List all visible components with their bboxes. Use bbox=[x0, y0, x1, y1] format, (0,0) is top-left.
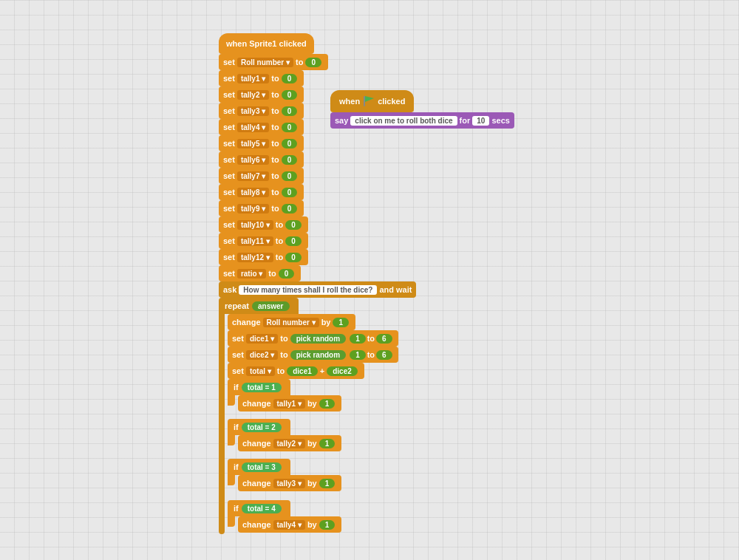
tally2-val: 0 bbox=[282, 90, 298, 100]
dice2-ref: dice2 bbox=[327, 366, 358, 376]
if3-condition: total = 3 bbox=[242, 462, 282, 472]
total-var[interactable]: total ▾ bbox=[246, 366, 275, 376]
hat-flag-clicked[interactable]: when clicked bbox=[330, 90, 414, 112]
if2-condition: total = 2 bbox=[242, 423, 282, 432]
set-tally3-block[interactable]: set tally3 ▾ to 0 bbox=[219, 103, 304, 119]
flag-icon bbox=[362, 95, 375, 107]
dice1-var[interactable]: dice1 ▾ bbox=[246, 334, 278, 344]
tally7-var[interactable]: tally7 ▾ bbox=[237, 171, 269, 181]
set-dice2-block[interactable]: set dice2 ▾ to pick random 1 to 6 bbox=[228, 346, 398, 363]
tally1-var[interactable]: tally1 ▾ bbox=[237, 74, 269, 83]
ask-question: How many times shall I roll the dice? bbox=[239, 285, 377, 295]
dice1-to: 6 bbox=[376, 334, 392, 344]
change-tally3-var[interactable]: tally3 ▾ bbox=[273, 479, 305, 488]
set-tally9-block[interactable]: set tally9 ▾ to 0 bbox=[219, 200, 304, 216]
set-tally2-block[interactable]: set tally2 ▾ to 0 bbox=[219, 86, 304, 103]
change-roll-var[interactable]: Roll number ▾ bbox=[263, 318, 319, 327]
tally11-var[interactable]: tally11 ▾ bbox=[237, 236, 273, 246]
tally3-var[interactable]: tally3 ▾ bbox=[237, 106, 269, 116]
set-tally4-block[interactable]: set tally4 ▾ to 0 bbox=[219, 119, 304, 135]
if1-condition: total = 1 bbox=[242, 383, 282, 392]
dice2-to: 6 bbox=[376, 350, 392, 360]
tally9-var[interactable]: tally9 ▾ bbox=[237, 204, 269, 214]
pick-random-1: pick random bbox=[290, 334, 346, 344]
tally1-val: 0 bbox=[282, 74, 298, 83]
say-text: click on me to roll both dice bbox=[350, 116, 457, 126]
set-ratio-block[interactable]: set ratio ▾ to 0 bbox=[219, 265, 301, 281]
change-tally2-block[interactable]: change tally2 ▾ by 1 bbox=[238, 435, 341, 451]
tally3-val: 0 bbox=[282, 106, 298, 116]
if3-block[interactable]: if total = 3 bbox=[228, 459, 290, 475]
ask-block[interactable]: ask How many times shall I roll the dice… bbox=[219, 281, 416, 298]
tally7-val: 0 bbox=[282, 171, 298, 181]
repeat-block[interactable]: repeat answer bbox=[219, 298, 299, 314]
change-tally2-var[interactable]: tally2 ▾ bbox=[273, 439, 305, 448]
say-block[interactable]: say click on me to roll both dice for 10… bbox=[330, 112, 514, 129]
change-tally1-var[interactable]: tally1 ▾ bbox=[273, 399, 305, 409]
set-tally1-block[interactable]: set tally1 ▾ to 0 bbox=[219, 70, 304, 86]
change-tally3-val: 1 bbox=[319, 479, 336, 488]
if3-bottom-bar bbox=[228, 475, 235, 485]
tally6-var[interactable]: tally6 ▾ bbox=[237, 155, 269, 165]
repeat-answer: answer bbox=[252, 301, 289, 311]
tally11-val: 0 bbox=[285, 236, 302, 246]
hat-sprite1-clicked[interactable]: when Sprite1 clicked bbox=[219, 33, 314, 54]
change-tally1-block[interactable]: change tally1 ▾ by 1 bbox=[238, 395, 341, 412]
dice2-var[interactable]: dice2 ▾ bbox=[246, 350, 278, 360]
if2-bottom-bar bbox=[228, 435, 235, 445]
tally2-var[interactable]: tally2 ▾ bbox=[237, 90, 269, 100]
hat-label: when Sprite1 clicked bbox=[226, 39, 307, 48]
tally8-var[interactable]: tally8 ▾ bbox=[237, 188, 269, 197]
tally6-val: 0 bbox=[282, 155, 298, 165]
if4-bottom-bar bbox=[228, 516, 235, 527]
set-roll-number-block[interactable]: set Roll number ▾ to 0 bbox=[219, 54, 328, 70]
say-secs-val: 10 bbox=[472, 116, 489, 126]
tally4-val: 0 bbox=[282, 123, 298, 132]
svg-rect-0 bbox=[364, 96, 365, 106]
change-tally1-val: 1 bbox=[319, 399, 336, 409]
ratio-val: 0 bbox=[279, 269, 295, 279]
tally9-val: 0 bbox=[282, 204, 298, 214]
change-roll-val: 1 bbox=[333, 318, 349, 327]
dice2-from: 1 bbox=[350, 350, 366, 360]
dice1-ref: dice1 bbox=[287, 366, 318, 376]
set-tally11-block[interactable]: set tally11 ▾ to 0 bbox=[219, 233, 308, 249]
set-dice1-block[interactable]: set dice1 ▾ to pick random 1 to 6 bbox=[228, 330, 398, 346]
tally12-var[interactable]: tally12 ▾ bbox=[237, 253, 273, 262]
tally5-val: 0 bbox=[282, 139, 298, 148]
roll-number-var[interactable]: Roll number ▾ bbox=[237, 58, 293, 67]
tally10-var[interactable]: tally10 ▾ bbox=[237, 220, 273, 230]
if2-block[interactable]: if total = 2 bbox=[228, 419, 290, 435]
tally12-val: 0 bbox=[285, 253, 302, 262]
set-tally8-block[interactable]: set tally8 ▾ to 0 bbox=[219, 184, 304, 200]
tally8-val: 0 bbox=[282, 188, 298, 197]
ratio-var[interactable]: ratio ▾ bbox=[237, 269, 266, 279]
set-tally5-block[interactable]: set tally5 ▾ to 0 bbox=[219, 135, 304, 151]
set-tally7-block[interactable]: set tally7 ▾ to 0 bbox=[219, 168, 304, 184]
change-tally4-block[interactable]: change tally4 ▾ by 1 bbox=[238, 516, 341, 533]
tally4-var[interactable]: tally4 ▾ bbox=[237, 123, 269, 132]
pick-random-2: pick random bbox=[290, 350, 346, 360]
if4-block[interactable]: if total = 4 bbox=[228, 500, 290, 516]
tally5-var[interactable]: tally5 ▾ bbox=[237, 139, 269, 148]
if1-bottom-bar bbox=[228, 395, 235, 406]
set-tally12-block[interactable]: set tally12 ▾ to 0 bbox=[219, 249, 308, 265]
change-tally4-val: 1 bbox=[319, 520, 336, 530]
if1-block[interactable]: if total = 1 bbox=[228, 379, 290, 395]
change-tally4-var[interactable]: tally4 ▾ bbox=[273, 520, 305, 530]
set-tally10-block[interactable]: set tally10 ▾ to 0 bbox=[219, 216, 308, 233]
change-roll-number-block[interactable]: change Roll number ▾ by 1 bbox=[228, 314, 355, 330]
repeat-left-bar bbox=[219, 314, 225, 534]
dice1-from: 1 bbox=[350, 334, 366, 344]
if4-condition: total = 4 bbox=[242, 504, 282, 513]
tally10-val: 0 bbox=[285, 220, 302, 230]
change-tally3-block[interactable]: change tally3 ▾ by 1 bbox=[238, 475, 341, 491]
change-tally2-val: 1 bbox=[319, 439, 336, 448]
set-total-block[interactable]: set total ▾ to dice1 + dice2 bbox=[228, 363, 364, 379]
roll-val: 0 bbox=[305, 58, 321, 67]
set-tally6-block[interactable]: set tally6 ▾ to 0 bbox=[219, 151, 304, 168]
